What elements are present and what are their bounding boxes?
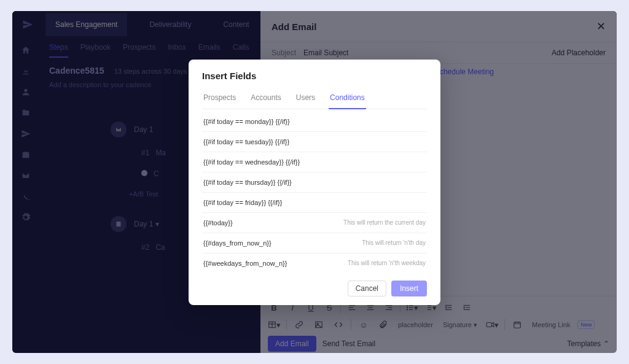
modal-tab-accounts[interactable]: Accounts [249, 90, 282, 109]
insert-button[interactable]: Insert [391, 281, 427, 296]
modal-title: Insert Fields [202, 71, 427, 81]
field-row[interactable]: {{#if today == friday}} {{/if}} [202, 193, 427, 213]
modal-tabs: Prospects Accounts Users Conditions [202, 90, 427, 109]
field-list: {{#if today == monday}} {{/if}} {{#if to… [202, 112, 427, 273]
cancel-button[interactable]: Cancel [348, 281, 386, 296]
insert-fields-modal: Insert Fields Prospects Accounts Users C… [189, 60, 440, 305]
app-shell: Sales Engagement Deliverability Content … [12, 11, 617, 353]
field-row[interactable]: {{#if today == tuesday}} {{/if}} [202, 132, 427, 152]
modal-actions: Cancel Insert [202, 281, 427, 296]
field-row[interactable]: {{#weekdays_from_now_n}} This will retur… [202, 254, 427, 273]
modal-tab-conditions[interactable]: Conditions [329, 90, 366, 109]
field-row[interactable]: {{#days_from_now_n}} This will return 'n… [202, 233, 427, 254]
field-row[interactable]: {{#today}} This will return the current … [202, 213, 427, 233]
field-row[interactable]: {{#if today == monday}} {{/if}} [202, 112, 427, 132]
field-row[interactable]: {{#if today == wednesday}} {{/if}} [202, 152, 427, 172]
field-row[interactable]: {{#if today == thursday}} {{/if}} [202, 172, 427, 193]
modal-tab-prospects[interactable]: Prospects [202, 90, 237, 109]
modal-tab-users[interactable]: Users [295, 90, 316, 109]
